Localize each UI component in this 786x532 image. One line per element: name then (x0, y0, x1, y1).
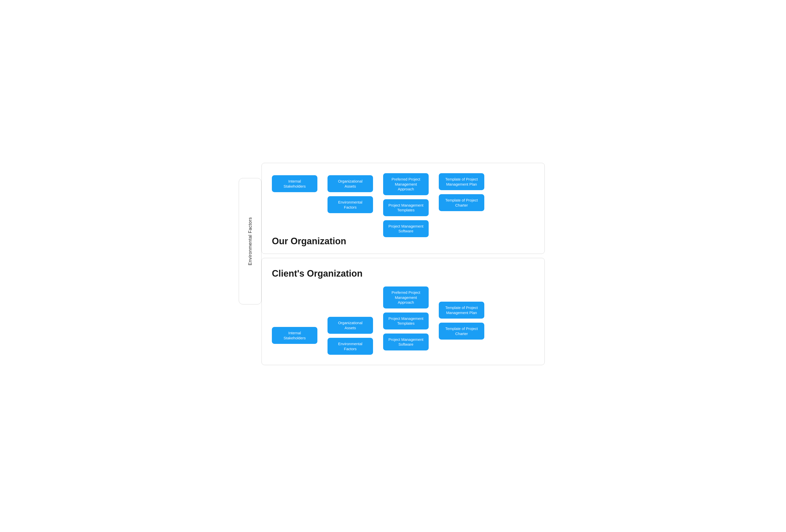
client-col3: Preferred Project Management Approach Pr… (383, 286, 429, 350)
our-org-template-charter[interactable]: Template of Project Charter (439, 194, 484, 211)
our-org-col1: Internal Stakeholders (272, 173, 317, 192)
client-preferred-approach[interactable]: Preferred Project Management Approach (383, 286, 429, 308)
client-internal-stakeholders[interactable]: Internal Stakeholders (272, 327, 317, 344)
our-org-environmental-factors[interactable]: Environmental Factors (327, 196, 373, 213)
client-pm-templates[interactable]: Project Management Templates (383, 313, 429, 329)
our-org-pm-templates[interactable]: Project Management Templates (383, 199, 429, 216)
client-col4: Template of Project Management Plan Temp… (439, 286, 484, 340)
page-container: Environmental Factors Internal Stakehold… (241, 163, 545, 369)
our-org-col3: Preferred Project Management Approach Pr… (383, 173, 429, 237)
our-org-col4: Template of Project Management Plan Temp… (439, 173, 484, 211)
client-template-charter[interactable]: Template of Project Charter (439, 323, 484, 340)
our-org-organizational-assets[interactable]: Organizational Assets (327, 175, 373, 192)
client-organizational-assets[interactable]: Organizational Assets (327, 317, 373, 334)
our-org-internal-stakeholders[interactable]: Internal Stakeholders (272, 175, 317, 192)
client-col2: Organizational Assets Environmental Fact… (327, 286, 373, 355)
env-factors-label-box: Environmental Factors (239, 178, 261, 304)
our-org-title: Our Organization (272, 236, 346, 247)
client-environmental-factors[interactable]: Environmental Factors (327, 338, 373, 355)
client-pm-software[interactable]: Project Management Software (383, 333, 429, 350)
client-org-items: Internal Stakeholders Organizational Ass… (272, 284, 534, 355)
our-org-pm-software[interactable]: Project Management Software (383, 220, 429, 237)
client-org-title: Client's Organization (272, 266, 534, 279)
client-org-section: Client's Organization Internal Stakehold… (261, 258, 545, 365)
our-org-col2: Organizational Assets Environmental Fact… (327, 173, 373, 213)
our-org-section: Internal Stakeholders Organizational Ass… (261, 163, 545, 254)
content-area: Internal Stakeholders Organizational Ass… (261, 163, 545, 369)
our-org-template-plan[interactable]: Template of Project Management Plan (439, 173, 484, 190)
our-org-preferred-approach[interactable]: Preferred Project Management Approach (383, 173, 429, 195)
env-factors-label: Environmental Factors (248, 217, 253, 265)
our-org-items: Internal Stakeholders Organizational Ass… (272, 171, 534, 237)
client-col1: Internal Stakeholders (272, 286, 317, 344)
client-template-plan[interactable]: Template of Project Management Plan (439, 302, 484, 319)
